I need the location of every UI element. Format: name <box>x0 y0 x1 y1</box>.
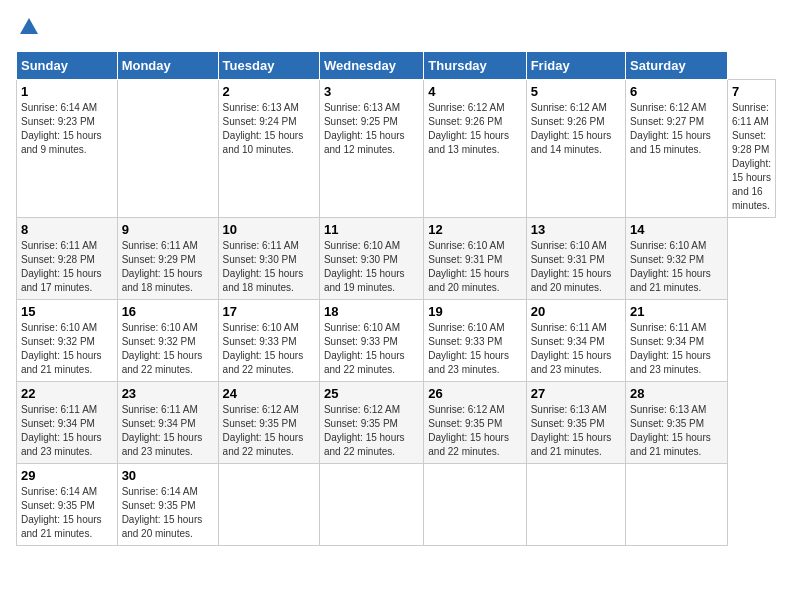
day-info: Sunrise: 6:13 AMSunset: 9:35 PMDaylight:… <box>531 404 612 457</box>
calendar-cell: 23 Sunrise: 6:11 AMSunset: 9:34 PMDaylig… <box>117 382 218 464</box>
day-number: 6 <box>630 84 723 99</box>
calendar-cell <box>424 464 526 546</box>
calendar-cell: 25 Sunrise: 6:12 AMSunset: 9:35 PMDaylig… <box>319 382 423 464</box>
day-info: Sunrise: 6:10 AMSunset: 9:33 PMDaylight:… <box>223 322 304 375</box>
calendar-cell: 10 Sunrise: 6:11 AMSunset: 9:30 PMDaylig… <box>218 218 319 300</box>
calendar-row: 22 Sunrise: 6:11 AMSunset: 9:34 PMDaylig… <box>17 382 776 464</box>
calendar-cell: 18 Sunrise: 6:10 AMSunset: 9:33 PMDaylig… <box>319 300 423 382</box>
calendar-cell: 2 Sunrise: 6:13 AMSunset: 9:24 PMDayligh… <box>218 80 319 218</box>
day-info: Sunrise: 6:13 AMSunset: 9:24 PMDaylight:… <box>223 102 304 155</box>
calendar-cell: 19 Sunrise: 6:10 AMSunset: 9:33 PMDaylig… <box>424 300 526 382</box>
calendar-cell <box>117 80 218 218</box>
calendar-cell: 26 Sunrise: 6:12 AMSunset: 9:35 PMDaylig… <box>424 382 526 464</box>
header-thursday: Thursday <box>424 52 526 80</box>
calendar-cell: 11 Sunrise: 6:10 AMSunset: 9:30 PMDaylig… <box>319 218 423 300</box>
logo-icon <box>18 16 40 38</box>
day-number: 24 <box>223 386 315 401</box>
calendar-cell: 1Sunrise: 6:14 AMSunset: 9:23 PMDaylight… <box>17 80 118 218</box>
day-info: Sunrise: 6:11 AMSunset: 9:30 PMDaylight:… <box>223 240 304 293</box>
day-number: 15 <box>21 304 113 319</box>
day-number: 12 <box>428 222 521 237</box>
day-number: 30 <box>122 468 214 483</box>
calendar-cell: 13 Sunrise: 6:10 AMSunset: 9:31 PMDaylig… <box>526 218 625 300</box>
day-info: Sunrise: 6:10 AMSunset: 9:32 PMDaylight:… <box>630 240 711 293</box>
calendar-cell: 4 Sunrise: 6:12 AMSunset: 9:26 PMDayligh… <box>424 80 526 218</box>
header <box>16 16 776 43</box>
calendar-cell: 17 Sunrise: 6:10 AMSunset: 9:33 PMDaylig… <box>218 300 319 382</box>
calendar-table: SundayMondayTuesdayWednesdayThursdayFrid… <box>16 51 776 546</box>
day-number: 23 <box>122 386 214 401</box>
day-number: 13 <box>531 222 621 237</box>
day-number: 20 <box>531 304 621 319</box>
day-number: 10 <box>223 222 315 237</box>
day-number: 29 <box>21 468 113 483</box>
day-info: Sunrise: 6:11 AMSunset: 9:28 PMDaylight:… <box>732 102 771 211</box>
header-monday: Monday <box>117 52 218 80</box>
header-wednesday: Wednesday <box>319 52 423 80</box>
calendar-cell: 30 Sunrise: 6:14 AMSunset: 9:35 PMDaylig… <box>117 464 218 546</box>
svg-marker-0 <box>20 18 38 34</box>
day-number: 9 <box>122 222 214 237</box>
day-info: Sunrise: 6:14 AMSunset: 9:23 PMDaylight:… <box>21 102 102 155</box>
calendar-cell: 9 Sunrise: 6:11 AMSunset: 9:29 PMDayligh… <box>117 218 218 300</box>
day-info: Sunrise: 6:11 AMSunset: 9:34 PMDaylight:… <box>630 322 711 375</box>
calendar-cell: 22 Sunrise: 6:11 AMSunset: 9:34 PMDaylig… <box>17 382 118 464</box>
day-number: 21 <box>630 304 723 319</box>
day-number: 7 <box>732 84 771 99</box>
day-number: 25 <box>324 386 419 401</box>
calendar-cell: 21 Sunrise: 6:11 AMSunset: 9:34 PMDaylig… <box>626 300 728 382</box>
header-saturday: Saturday <box>626 52 728 80</box>
day-info: Sunrise: 6:13 AMSunset: 9:25 PMDaylight:… <box>324 102 405 155</box>
day-info: Sunrise: 6:14 AMSunset: 9:35 PMDaylight:… <box>122 486 203 539</box>
header-sunday: Sunday <box>17 52 118 80</box>
calendar-cell: 15 Sunrise: 6:10 AMSunset: 9:32 PMDaylig… <box>17 300 118 382</box>
calendar-row: 29 Sunrise: 6:14 AMSunset: 9:35 PMDaylig… <box>17 464 776 546</box>
day-number: 1 <box>21 84 113 99</box>
calendar-row: 8 Sunrise: 6:11 AMSunset: 9:28 PMDayligh… <box>17 218 776 300</box>
day-info: Sunrise: 6:12 AMSunset: 9:26 PMDaylight:… <box>428 102 509 155</box>
calendar-header-row: SundayMondayTuesdayWednesdayThursdayFrid… <box>17 52 776 80</box>
logo-text <box>16 16 40 43</box>
day-info: Sunrise: 6:12 AMSunset: 9:35 PMDaylight:… <box>223 404 304 457</box>
day-number: 22 <box>21 386 113 401</box>
calendar-cell: 14 Sunrise: 6:10 AMSunset: 9:32 PMDaylig… <box>626 218 728 300</box>
day-number: 26 <box>428 386 521 401</box>
day-info: Sunrise: 6:12 AMSunset: 9:35 PMDaylight:… <box>324 404 405 457</box>
calendar-cell: 6 Sunrise: 6:12 AMSunset: 9:27 PMDayligh… <box>626 80 728 218</box>
calendar-cell: 24 Sunrise: 6:12 AMSunset: 9:35 PMDaylig… <box>218 382 319 464</box>
day-info: Sunrise: 6:11 AMSunset: 9:34 PMDaylight:… <box>122 404 203 457</box>
calendar-cell <box>626 464 728 546</box>
day-info: Sunrise: 6:14 AMSunset: 9:35 PMDaylight:… <box>21 486 102 539</box>
calendar-cell: 7 Sunrise: 6:11 AMSunset: 9:28 PMDayligh… <box>728 80 776 218</box>
day-info: Sunrise: 6:11 AMSunset: 9:34 PMDaylight:… <box>531 322 612 375</box>
calendar-row: 1Sunrise: 6:14 AMSunset: 9:23 PMDaylight… <box>17 80 776 218</box>
day-info: Sunrise: 6:10 AMSunset: 9:30 PMDaylight:… <box>324 240 405 293</box>
day-number: 11 <box>324 222 419 237</box>
calendar-cell <box>319 464 423 546</box>
calendar-cell: 27 Sunrise: 6:13 AMSunset: 9:35 PMDaylig… <box>526 382 625 464</box>
day-number: 17 <box>223 304 315 319</box>
calendar-cell <box>526 464 625 546</box>
day-info: Sunrise: 6:12 AMSunset: 9:35 PMDaylight:… <box>428 404 509 457</box>
calendar-cell: 29 Sunrise: 6:14 AMSunset: 9:35 PMDaylig… <box>17 464 118 546</box>
calendar-cell: 3 Sunrise: 6:13 AMSunset: 9:25 PMDayligh… <box>319 80 423 218</box>
day-number: 3 <box>324 84 419 99</box>
calendar-cell: 28 Sunrise: 6:13 AMSunset: 9:35 PMDaylig… <box>626 382 728 464</box>
day-info: Sunrise: 6:11 AMSunset: 9:34 PMDaylight:… <box>21 404 102 457</box>
day-number: 28 <box>630 386 723 401</box>
calendar-cell: 8 Sunrise: 6:11 AMSunset: 9:28 PMDayligh… <box>17 218 118 300</box>
day-info: Sunrise: 6:12 AMSunset: 9:27 PMDaylight:… <box>630 102 711 155</box>
calendar-cell: 5 Sunrise: 6:12 AMSunset: 9:26 PMDayligh… <box>526 80 625 218</box>
day-info: Sunrise: 6:10 AMSunset: 9:31 PMDaylight:… <box>428 240 509 293</box>
day-number: 16 <box>122 304 214 319</box>
day-info: Sunrise: 6:10 AMSunset: 9:32 PMDaylight:… <box>21 322 102 375</box>
day-number: 2 <box>223 84 315 99</box>
calendar-cell: 20 Sunrise: 6:11 AMSunset: 9:34 PMDaylig… <box>526 300 625 382</box>
day-info: Sunrise: 6:11 AMSunset: 9:29 PMDaylight:… <box>122 240 203 293</box>
calendar-cell <box>218 464 319 546</box>
day-number: 5 <box>531 84 621 99</box>
day-number: 8 <box>21 222 113 237</box>
day-info: Sunrise: 6:10 AMSunset: 9:31 PMDaylight:… <box>531 240 612 293</box>
logo <box>16 16 40 43</box>
day-info: Sunrise: 6:10 AMSunset: 9:32 PMDaylight:… <box>122 322 203 375</box>
